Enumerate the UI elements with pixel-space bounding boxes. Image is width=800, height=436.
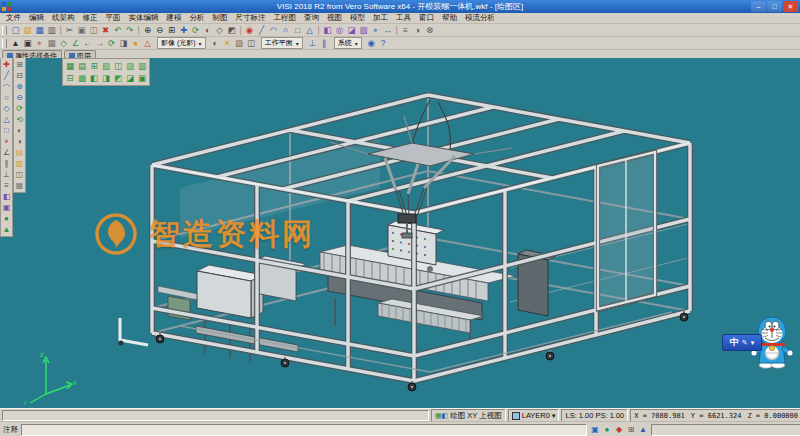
rotate-ccw-icon[interactable]: ⟲ <box>14 114 25 125</box>
snap-icon[interactable]: ⌖ <box>34 38 45 49</box>
line-icon[interactable]: ╱ <box>256 25 267 36</box>
sheet-tool-icon[interactable]: ▥ <box>136 60 148 72</box>
half-left-tool-icon[interactable]: ◧ <box>88 72 100 84</box>
grid-toggle-icon[interactable]: ⊞ <box>626 425 636 435</box>
draw-arc-icon[interactable]: ◠ <box>1 81 12 92</box>
ok-icon[interactable]: ● <box>602 425 612 435</box>
solid-box-icon[interactable]: ▣ <box>1 202 12 213</box>
measure-icon[interactable]: ⌖ <box>370 25 381 36</box>
redo-icon[interactable]: ↷ <box>124 25 135 36</box>
render-icon[interactable]: ● <box>130 38 141 49</box>
note-icon[interactable]: ▣ <box>590 425 600 435</box>
delete-icon[interactable]: ✖ <box>100 25 111 36</box>
new-file-icon[interactable]: ▢ <box>10 25 21 36</box>
circle-minus-icon[interactable]: ⊖ <box>14 92 25 103</box>
ucs-icon[interactable]: ∥ <box>319 38 330 49</box>
panel-tool-icon[interactable]: ◫ <box>112 60 124 72</box>
perpendicular-icon[interactable]: ⊥ <box>1 169 12 180</box>
surface-icon[interactable]: ▧ <box>358 25 369 36</box>
view-next-icon[interactable]: → <box>94 38 105 49</box>
split-view-icon[interactable]: ◨ <box>118 38 129 49</box>
rotate-cw-icon[interactable]: ⟳ <box>14 103 25 114</box>
cut-icon[interactable]: ✂ <box>64 25 75 36</box>
toolbar-grip[interactable] <box>2 39 7 48</box>
undo-icon[interactable]: ↶ <box>112 25 123 36</box>
workplane-dropdown[interactable]: 工作平面 ▾ <box>261 37 303 49</box>
circle-plus-icon[interactable]: ⊕ <box>14 81 25 92</box>
toolbar-separator[interactable]: | <box>238 25 243 36</box>
maximize-button[interactable]: □ <box>767 1 782 12</box>
shade-mode-icon[interactable]: ◐ <box>210 38 221 49</box>
draw-circle-icon[interactable]: ○ <box>1 92 12 103</box>
menu-item[interactable]: 尺寸标注 <box>232 13 270 23</box>
corner-tool-icon[interactable]: ◩ <box>112 72 124 84</box>
zoom-in-icon[interactable]: ⊕ <box>142 25 153 36</box>
section-icon[interactable]: △ <box>142 38 153 49</box>
solid-tool-icon[interactable]: ⊞ <box>88 60 100 72</box>
half-moon2-icon[interactable]: ◑ <box>14 136 25 147</box>
wcs-icon[interactable]: ⊥ <box>307 38 318 49</box>
select-icon[interactable]: ▲ <box>10 38 21 49</box>
half-moon-icon[interactable]: ◐ <box>14 125 25 136</box>
shading-mode-dropdown[interactable]: 影像 (光影) ▾ <box>157 37 206 49</box>
add-point-icon[interactable]: ✚ <box>1 59 12 70</box>
draw-rhombus-icon[interactable]: ◇ <box>1 103 12 114</box>
menu-item[interactable]: 视图 <box>323 13 346 23</box>
minus-tool-icon[interactable]: ⊟ <box>64 72 76 84</box>
point-icon[interactable]: ◉ <box>244 25 255 36</box>
corner2-tool-icon[interactable]: ◪ <box>124 72 136 84</box>
refresh-icon[interactable]: ⟳ <box>106 38 117 49</box>
zoom-out-icon[interactable]: ⊖ <box>154 25 165 36</box>
menu-item[interactable]: 加工 <box>369 13 392 23</box>
surface-tool-icon[interactable]: ▤ <box>76 60 88 72</box>
grid-icon[interactable]: ▦ <box>46 38 57 49</box>
menu-item[interactable]: 平面 <box>102 13 125 23</box>
texture-icon[interactable]: ▨ <box>234 38 245 49</box>
menu-item[interactable]: 制图 <box>209 13 232 23</box>
block-tool-icon[interactable]: ▣ <box>136 72 148 84</box>
parallel-icon[interactable]: ∥ <box>1 158 12 169</box>
menu-item[interactable]: 工程图 <box>270 13 301 23</box>
dot-icon[interactable]: ● <box>1 213 12 224</box>
pan-icon[interactable]: ✚ <box>178 25 189 36</box>
menu-item[interactable]: 文件 <box>2 13 25 23</box>
print-icon[interactable]: ▥ <box>46 25 57 36</box>
menu-item[interactable]: 修正 <box>79 13 102 23</box>
shaded-view-icon[interactable]: ◐ <box>202 25 213 36</box>
axis-icon[interactable]: ∠ <box>70 38 81 49</box>
tri-icon[interactable]: ▲ <box>1 224 12 235</box>
window-select-icon[interactable]: ▣ <box>22 38 33 49</box>
zoom-fit-icon[interactable]: ⊞ <box>166 25 177 36</box>
circle-icon[interactable]: ○ <box>280 25 291 36</box>
command-input[interactable] <box>21 424 587 436</box>
toolbar-separator[interactable]: | <box>136 25 141 36</box>
fill-tool-icon[interactable]: ▩ <box>76 72 88 84</box>
ime-status-badge[interactable]: 中 ✎ ▾ <box>722 334 762 351</box>
target-icon[interactable]: ⌖ <box>1 136 12 147</box>
view-prev-icon[interactable]: ← <box>82 38 93 49</box>
revolve-icon[interactable]: ◎ <box>334 25 345 36</box>
menu-item[interactable]: 工具 <box>392 13 415 23</box>
light-icon[interactable]: ☀ <box>222 38 233 49</box>
minimize-button[interactable]: – <box>751 1 766 12</box>
toolbar-separator[interactable]: | <box>316 25 321 36</box>
list-icon[interactable]: ≡ <box>1 180 12 191</box>
dimension-icon[interactable]: ↔ <box>382 25 393 36</box>
open-file-icon[interactable]: ▤ <box>22 25 33 36</box>
up-icon[interactable]: ▲ <box>638 425 648 435</box>
menu-item[interactable]: 建模 <box>163 13 186 23</box>
menu-item[interactable]: 线架构 <box>48 13 79 23</box>
close-button[interactable]: ✕ <box>783 1 798 12</box>
half-shade-icon[interactable]: ◧ <box>1 191 12 202</box>
visibility-icon[interactable]: ◑ <box>412 25 423 36</box>
toolbar-separator[interactable]: | <box>394 25 399 36</box>
menu-item[interactable]: 实体编辑 <box>125 13 163 23</box>
grid-minus-icon[interactable]: ⊟ <box>14 70 25 81</box>
menu-item[interactable]: 查询 <box>300 13 323 23</box>
sheet-icon[interactable]: ▥ <box>14 158 25 169</box>
help-icon[interactable]: ? <box>378 38 389 49</box>
paste-icon[interactable]: ◫ <box>88 25 99 36</box>
wireframe-tool-icon[interactable]: ▦ <box>64 60 76 72</box>
draw-line-icon[interactable]: ╱ <box>1 70 12 81</box>
menu-item[interactable]: 分析 <box>186 13 209 23</box>
